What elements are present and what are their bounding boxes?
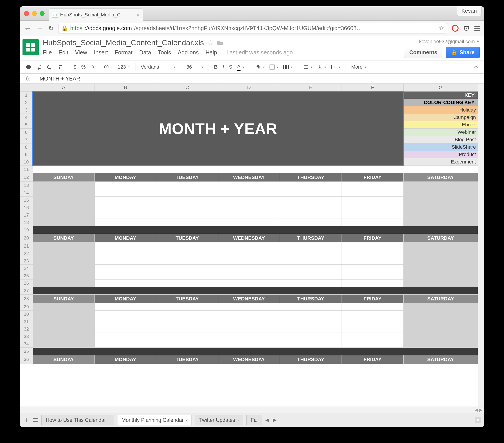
key-item-slideshare[interactable]: SlideShare — [403, 143, 478, 151]
paint-format-button[interactable] — [55, 63, 64, 71]
menu-tools[interactable]: Tools — [158, 49, 171, 56]
day-thursday[interactable]: THURSDAY — [280, 173, 342, 182]
row-header[interactable]: 17 — [20, 211, 33, 219]
row-header[interactable]: 12 — [20, 173, 33, 182]
chrome-menu-button[interactable] — [474, 26, 480, 31]
bookmark-star-icon[interactable]: ☆ — [439, 24, 444, 32]
row-header[interactable]: 26 — [20, 279, 33, 287]
window-zoom-button[interactable] — [40, 11, 45, 16]
undo-button[interactable] — [35, 63, 44, 71]
vertical-scrollbar[interactable] — [478, 84, 484, 407]
row-header[interactable]: 33 — [20, 333, 33, 340]
star-doc-icon[interactable]: ☆ — [207, 39, 214, 47]
horizontal-scrollbar[interactable]: ◀ ▶ — [20, 407, 484, 413]
key-item-product[interactable]: Product — [403, 151, 478, 158]
explore-button[interactable]: ✦ — [475, 417, 481, 423]
italic-button[interactable]: I — [221, 63, 226, 71]
col-header[interactable]: A — [33, 84, 94, 91]
key-item-ebook[interactable]: Ebook — [403, 121, 478, 129]
row-header[interactable]: 29 — [20, 303, 33, 310]
sheet-tab[interactable]: Twitter Updates▾ — [195, 415, 243, 426]
formula-input[interactable]: MONTH + YEAR — [36, 76, 84, 82]
day-friday[interactable]: FRIDAY — [342, 173, 403, 182]
row-header[interactable]: 20 — [20, 234, 33, 242]
sheet-tab-active[interactable]: Monthly Planning Calendar▾ — [117, 415, 192, 426]
format-number-dropdown[interactable]: 123▾ — [116, 63, 132, 71]
row-header[interactable]: 4 — [20, 114, 33, 121]
row-header[interactable]: 31 — [20, 318, 33, 325]
wrap-button[interactable]: ▾ — [329, 63, 342, 71]
format-currency-button[interactable]: $ — [72, 63, 78, 71]
col-header[interactable]: C — [156, 84, 218, 91]
row-header[interactable]: 22 — [20, 250, 33, 257]
row-header[interactable]: 32 — [20, 325, 33, 333]
print-button[interactable] — [24, 63, 33, 71]
strike-button[interactable]: S — [227, 63, 234, 71]
increase-decimal-button[interactable]: .00→ — [101, 63, 114, 71]
row-header[interactable]: 14 — [20, 189, 33, 197]
menu-file[interactable]: File — [43, 49, 52, 56]
menu-addons[interactable]: Add-ons — [178, 49, 199, 56]
row-header[interactable]: 24 — [20, 265, 33, 272]
row-header[interactable]: 6 — [20, 129, 33, 136]
tabs-scroll-left-icon[interactable]: ◀ — [265, 417, 269, 423]
row-header[interactable]: 2 — [20, 99, 33, 106]
nav-back-button[interactable]: ← — [24, 24, 32, 33]
menu-view[interactable]: View — [75, 49, 87, 56]
nav-reload-button[interactable]: ↻ — [48, 24, 54, 32]
row-header[interactable]: 19 — [20, 226, 33, 234]
row-header[interactable]: 28 — [20, 295, 33, 303]
sheets-logo-icon[interactable] — [22, 39, 39, 55]
menu-edit[interactable]: Edit — [58, 49, 68, 56]
fx-icon[interactable]: fx — [20, 74, 36, 84]
row-header[interactable]: 30 — [20, 310, 33, 318]
last-edit-status[interactable]: Last edit was seconds ago — [227, 49, 293, 56]
tab-close-icon[interactable]: × — [136, 11, 140, 18]
sheet-tab[interactable]: Fa — [246, 415, 262, 426]
col-header[interactable]: E — [280, 84, 342, 91]
key-item-blogpost[interactable]: Blog Post — [403, 136, 478, 143]
decrease-decimal-button[interactable]: .0← — [89, 63, 100, 71]
font-family-dropdown[interactable]: Verdana▾ — [139, 63, 177, 71]
key-subheader-cell[interactable]: COLOR-CODING KEY: — [403, 99, 478, 106]
row-header[interactable]: 34 — [20, 340, 33, 348]
url-box[interactable]: 🔒 https://docs.google.com/spreadsheets/d… — [58, 23, 447, 34]
font-size-dropdown[interactable]: 36▾ — [185, 63, 205, 71]
move-folder-icon[interactable] — [217, 40, 224, 46]
collapse-toolbar-button[interactable] — [472, 63, 480, 71]
h-align-button[interactable]: ▾ — [302, 63, 314, 71]
account-email[interactable]: kevanlee932@gmail.com▼ — [419, 39, 480, 45]
key-header-cell[interactable]: KEY: — [403, 91, 478, 99]
menu-data[interactable]: Data — [139, 49, 151, 56]
col-header[interactable]: D — [218, 84, 280, 91]
day-sunday[interactable]: SUNDAY — [33, 173, 94, 182]
nav-forward-button[interactable]: → — [36, 24, 44, 33]
menu-insert[interactable]: Insert — [94, 49, 108, 56]
day-monday[interactable]: MONDAY — [94, 173, 156, 182]
os-user-badge[interactable]: Kevan — [457, 6, 482, 16]
key-item-campaign[interactable]: Campaign — [403, 114, 478, 121]
scroll-right-icon[interactable]: ▶ — [479, 408, 482, 412]
borders-button[interactable]: ▾ — [268, 63, 280, 71]
opera-extension-icon[interactable] — [452, 25, 459, 32]
format-percent-button[interactable]: % — [79, 63, 88, 71]
row-header[interactable]: 3 — [20, 106, 33, 114]
row-header[interactable]: 15 — [20, 197, 33, 204]
row-header[interactable]: 25 — [20, 272, 33, 279]
column-headers[interactable]: A B C D E F G — [20, 84, 478, 91]
day-saturday[interactable]: SATURDAY — [403, 173, 478, 182]
add-sheet-button[interactable]: ＋ — [23, 415, 30, 425]
text-color-button[interactable]: A▾ — [235, 62, 246, 72]
row-header[interactable]: 13 — [20, 182, 33, 189]
doc-title[interactable]: HubSpots_Social_Media_Content_Calendar.x… — [43, 38, 204, 47]
row-header[interactable]: 9 — [20, 151, 33, 158]
redo-button[interactable] — [45, 63, 54, 71]
comments-button[interactable]: Comments — [404, 47, 442, 58]
row-header[interactable]: 8 — [20, 143, 33, 151]
sheet-tab[interactable]: How to Use This Calendar▾ — [41, 415, 114, 426]
row-header[interactable]: 10 — [20, 158, 33, 166]
row-header[interactable]: 16 — [20, 204, 33, 211]
window-minimize-button[interactable] — [32, 11, 37, 16]
scroll-left-icon[interactable]: ◀ — [475, 408, 478, 412]
day-wednesday[interactable]: WEDNESDAY — [218, 173, 280, 182]
